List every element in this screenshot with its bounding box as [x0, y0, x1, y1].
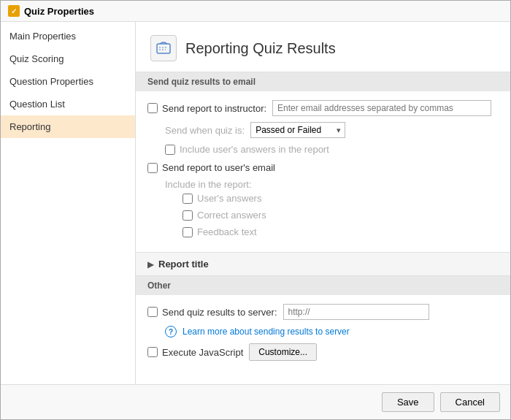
send-when-label: Send when quiz is:	[165, 125, 245, 136]
send-results-section-body: Send report to instructor: Send when qui…	[136, 91, 510, 252]
correct-answers-label[interactable]: Correct answers	[182, 210, 266, 221]
title-bar: ✓ Quiz Properties	[1, 1, 510, 22]
correct-answers-row: Correct answers	[182, 210, 499, 221]
execute-js-row: Execute JavaScript Customize...	[147, 343, 499, 361]
sidebar-item-quiz-scoring[interactable]: Quiz Scoring	[1, 47, 135, 70]
server-url-input[interactable]	[283, 304, 429, 320]
send-when-select-wrapper: Always Passed or Failed Passed Failed	[250, 122, 345, 138]
send-to-server-checkbox[interactable]	[147, 307, 158, 317]
page-title: Reporting Quiz Results	[185, 40, 336, 57]
other-section-body: Send quiz results to server: ? Learn mor…	[136, 295, 510, 375]
send-results-section-header: Send quiz results to email	[136, 72, 510, 91]
email-input[interactable]	[272, 100, 491, 116]
report-title-header[interactable]: ▶ Report title	[136, 252, 510, 276]
include-answers-checkbox[interactable]	[165, 145, 175, 155]
users-answers-row: User's answers	[182, 193, 499, 204]
sidebar-item-question-list[interactable]: Question List	[1, 93, 135, 115]
help-icon[interactable]: ?	[165, 326, 177, 337]
save-button[interactable]: Save	[382, 392, 434, 412]
send-when-select[interactable]: Always Passed or Failed Passed Failed	[250, 122, 345, 138]
title-bar-icon: ✓	[8, 5, 20, 17]
page-header-icon	[150, 35, 177, 61]
feedback-text-label[interactable]: Feedback text	[182, 226, 257, 237]
send-to-instructor-label[interactable]: Send report to instructor:	[147, 103, 266, 114]
feedback-text-row: Feedback text	[182, 226, 499, 237]
cancel-button[interactable]: Cancel	[440, 392, 500, 412]
content-area: Main Properties Quiz Scoring Question Pr…	[1, 22, 510, 384]
other-section-header: Other	[136, 276, 510, 295]
sidebar-item-question-properties[interactable]: Question Properties	[1, 70, 135, 93]
sidebar-item-reporting[interactable]: Reporting	[1, 115, 135, 138]
learn-more-row: ? Learn more about sending results to se…	[165, 326, 499, 337]
sidebar-item-main-properties[interactable]: Main Properties	[1, 25, 135, 47]
customize-button[interactable]: Customize...	[249, 343, 317, 361]
include-answers-label[interactable]: Include user's answers in the report	[165, 144, 329, 155]
include-report-label-row: Include in the report:	[165, 179, 499, 190]
page-header: Reporting Quiz Results	[136, 22, 510, 72]
send-to-server-row: Send quiz results to server:	[147, 304, 499, 320]
collapse-arrow-icon: ▶	[147, 259, 154, 270]
title-bar-label: Quiz Properties	[24, 6, 94, 17]
correct-answers-checkbox[interactable]	[182, 210, 193, 221]
users-answers-label[interactable]: User's answers	[182, 193, 261, 204]
main-panel: Reporting Quiz Results Send quiz results…	[136, 22, 510, 384]
feedback-text-checkbox[interactable]	[182, 227, 193, 237]
send-when-row: Send when quiz is: Always Passed or Fail…	[165, 122, 499, 138]
sidebar: Main Properties Quiz Scoring Question Pr…	[1, 22, 136, 384]
send-to-user-label[interactable]: Send report to user's email	[147, 162, 275, 173]
learn-more-link[interactable]: Learn more about sending results to serv…	[182, 327, 350, 337]
button-row: Save Cancel	[1, 384, 510, 419]
include-report-label: Include in the report:	[165, 179, 252, 190]
send-to-user-row: Send report to user's email	[147, 162, 499, 173]
execute-js-label[interactable]: Execute JavaScript	[147, 347, 243, 358]
report-title-label: Report title	[158, 259, 209, 270]
send-to-server-label[interactable]: Send quiz results to server:	[147, 307, 277, 318]
quiz-properties-window: ✓ Quiz Properties Main Properties Quiz S…	[0, 0, 511, 420]
execute-js-checkbox[interactable]	[147, 347, 158, 357]
include-answers-row: Include user's answers in the report	[165, 144, 499, 155]
send-to-user-checkbox[interactable]	[147, 163, 158, 173]
users-answers-checkbox[interactable]	[182, 194, 193, 204]
send-to-instructor-row: Send report to instructor:	[147, 100, 499, 116]
svg-rect-0	[157, 44, 170, 53]
send-to-instructor-checkbox[interactable]	[147, 103, 158, 113]
